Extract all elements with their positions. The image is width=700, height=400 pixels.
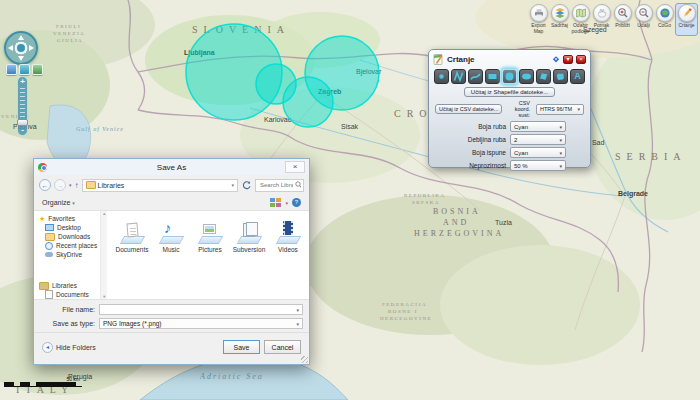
library-item-music[interactable]: ♪ Music — [154, 219, 188, 253]
resize-grip[interactable] — [301, 356, 308, 363]
toolbar-item-label: Pomak — [594, 23, 610, 29]
zoom-in-icon — [614, 4, 632, 22]
toolbar-item-udalji[interactable]: Udalji — [633, 3, 654, 36]
draw-circle-tool[interactable] — [502, 69, 517, 84]
csv-coord-dropdown[interactable]: HTRS 96/TM▾ — [536, 104, 584, 115]
map-application-window: SLOVENIA CROATIA SERBIA BOSNIA AND HERZE… — [0, 0, 700, 400]
load-shapefile-button[interactable]: Učitaj iz Shapefile datoteke... — [464, 87, 555, 97]
minimize-panel-button[interactable]: ▾ — [563, 55, 573, 64]
save-button[interactable]: Save — [223, 340, 260, 354]
refresh-button[interactable] — [241, 180, 252, 191]
sidebar-item-recent-places[interactable]: Recent places — [39, 241, 100, 250]
toolbar-item-cogo[interactable]: CoGo — [654, 3, 675, 36]
toolbar-item-odabir-podloge[interactable]: Odabir podloge — [570, 3, 591, 36]
search-box[interactable] — [255, 179, 304, 192]
toolbar-item-export-map[interactable]: Export Map — [528, 3, 549, 36]
navigation-pane: ★ Favorites Desktop Downloads Recent pla… — [34, 211, 100, 299]
recent-locations-chevron-icon[interactable]: ▾ — [69, 182, 72, 188]
pin-icon[interactable] — [552, 55, 560, 63]
draw-freehand-polygon-tool[interactable] — [553, 69, 568, 84]
sidebar-item-favorites[interactable]: ★ Favorites — [39, 214, 100, 223]
sidebar-item-skydrive[interactable]: SkyDrive — [39, 250, 100, 259]
file-name-field[interactable]: ▾ — [99, 304, 303, 315]
next-extent-button[interactable] — [32, 64, 43, 75]
search-input[interactable] — [258, 181, 295, 189]
breadcrumb-location[interactable]: Libraries — [98, 182, 125, 189]
toolbar-item-pomak[interactable]: Pomak — [591, 3, 612, 36]
library-item-documents[interactable]: Documents — [115, 219, 149, 253]
zoom-in-slider-button[interactable]: + — [18, 77, 27, 86]
music-note-icon: ♪ — [164, 219, 172, 236]
library-item-videos[interactable]: Videos — [271, 219, 305, 253]
draw-polygon-tool[interactable] — [536, 69, 551, 84]
pan-up-arrow-icon[interactable] — [18, 35, 24, 40]
library-item-subversion[interactable]: Subversion — [232, 219, 266, 253]
sidebar-item-downloads[interactable]: Downloads — [39, 232, 100, 241]
draw-polyline-tool[interactable] — [451, 69, 466, 84]
globe-icon — [656, 4, 674, 22]
toolbar-item-label: Udalji — [637, 23, 650, 29]
zoom-out-slider-button[interactable]: - — [18, 126, 27, 135]
monitor-icon — [45, 224, 54, 231]
fill-color-dropdown[interactable]: Cyan▾ — [510, 147, 566, 158]
sidebar-scrollbar[interactable]: ▲▼ — [100, 211, 107, 299]
draw-rectangle-tool[interactable] — [485, 69, 500, 84]
compass-center-button[interactable] — [15, 42, 27, 54]
sidebar-item-desktop[interactable]: Desktop — [39, 223, 100, 232]
library-tray-icon — [159, 236, 184, 244]
scale-bar-track — [4, 382, 82, 387]
full-extent-button[interactable] — [19, 64, 30, 75]
dialog-nav-bar: ← → ▾ ↑ Libraries ▾ — [34, 175, 309, 195]
toolbar-item-label: Odabir podloge — [570, 23, 591, 35]
file-name-label: File name: — [40, 306, 99, 313]
folder-icon — [86, 181, 96, 189]
drawing-tools-row: A — [429, 66, 590, 84]
draw-point-tool[interactable] — [434, 69, 449, 84]
file-name-input[interactable] — [103, 305, 296, 314]
chevron-down-icon[interactable]: ▾ — [296, 307, 299, 313]
previous-extent-button[interactable] — [6, 64, 17, 75]
breadcrumb[interactable]: Libraries ▾ — [82, 179, 238, 192]
help-button[interactable]: ? — [292, 198, 301, 207]
toolbar-item-priblizi[interactable]: Približi — [612, 3, 633, 36]
toolbar-item-crtanje[interactable]: Crtanje — [675, 3, 698, 36]
close-panel-button[interactable]: × — [576, 55, 586, 64]
change-view-button[interactable] — [270, 198, 281, 207]
toolbar-item-sadrzaj[interactable]: Sadržaj — [549, 3, 570, 36]
draw-ellipse-tool[interactable] — [519, 69, 534, 84]
dialog-close-button[interactable]: × — [285, 161, 305, 173]
border-color-dropdown[interactable]: Cyan▾ — [510, 121, 566, 132]
chevron-down-icon[interactable]: ▾ — [285, 200, 288, 206]
forward-button[interactable]: → — [54, 179, 66, 191]
draw-text-tool[interactable]: A — [570, 69, 585, 84]
back-button[interactable]: ← — [39, 179, 51, 191]
sidebar-item-libraries[interactable]: Libraries — [39, 281, 100, 290]
zoom-slider[interactable]: + - — [17, 76, 28, 136]
load-csv-button[interactable]: Učitaj iz CSV datoteke... — [435, 104, 502, 114]
zoom-out-icon — [635, 4, 653, 22]
up-one-level-button[interactable]: ↑ — [75, 181, 79, 190]
pan-left-arrow-icon[interactable] — [8, 45, 13, 51]
hide-folders-button[interactable]: ◂ Hide Folders — [42, 342, 96, 353]
library-item-pictures[interactable]: Pictures — [193, 219, 227, 253]
pan-compass[interactable] — [4, 31, 38, 65]
drawing-panel-header[interactable]: Crtanje ▾ × — [429, 50, 590, 66]
opacity-dropdown[interactable]: 50 %▾ — [510, 160, 566, 171]
border-width-dropdown[interactable]: 2▾ — [510, 134, 566, 145]
cancel-button[interactable]: Cancel — [264, 340, 301, 354]
organize-menu[interactable]: Organize ▾ — [42, 199, 75, 206]
draw-freehand-line-tool[interactable] — [468, 69, 483, 84]
star-icon: ★ — [39, 215, 45, 223]
library-tray-icon — [237, 236, 262, 244]
chevron-down-icon[interactable]: ▾ — [231, 182, 234, 188]
pan-right-arrow-icon[interactable] — [29, 45, 34, 51]
save-as-dialog: Save As × ← → ▾ ↑ Libraries ▾ Organize ▾ — [33, 158, 310, 365]
chevron-left-icon: ◂ — [42, 342, 53, 353]
scale-bar: 50 km — [4, 379, 82, 388]
cloud-icon — [45, 252, 53, 257]
dialog-title-bar[interactable]: Save As × — [34, 159, 309, 175]
save-as-type-dropdown[interactable]: PNG Images (*.png) ▾ — [99, 318, 303, 329]
pan-down-arrow-icon[interactable] — [18, 56, 24, 61]
toolbar-item-label: Sadržaj — [551, 23, 568, 29]
sidebar-item-documents[interactable]: Documents — [39, 290, 100, 299]
